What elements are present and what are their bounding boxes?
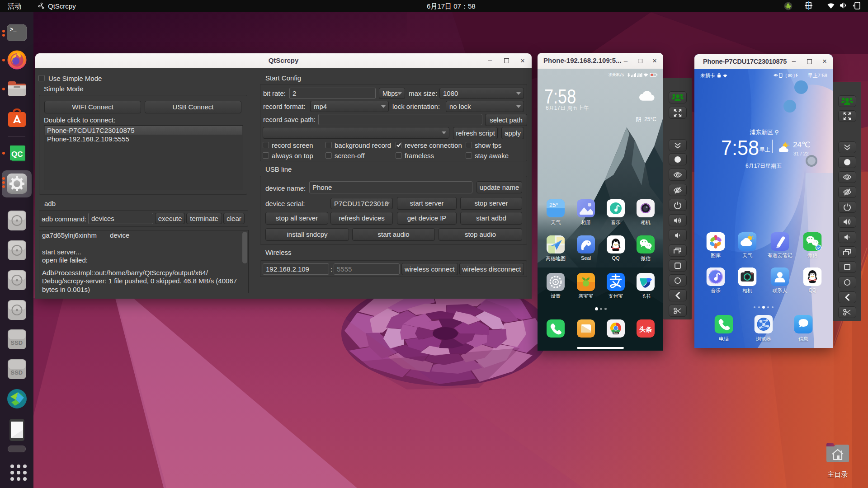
- svg-text:SSD: SSD: [11, 369, 23, 376]
- svg-text:25°: 25°: [549, 202, 558, 208]
- svg-text:>_: >_: [10, 27, 17, 33]
- svg-text:Beta: Beta: [613, 332, 618, 334]
- svg-text:头条: 头条: [639, 326, 652, 333]
- svg-text:❲90❳: ❲90❳: [784, 73, 796, 78]
- svg-text:SSD: SSD: [11, 339, 23, 346]
- svg-text:1D: 1D: [637, 73, 641, 75]
- svg-text:QC: QC: [11, 150, 23, 159]
